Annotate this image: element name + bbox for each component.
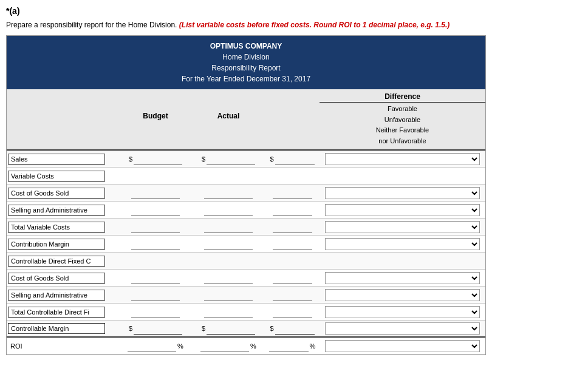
total-controllable-row: Total Controllable Direct Fi Favorable U… [7, 304, 485, 321]
roi-actual-input[interactable] [200, 340, 249, 352]
vc-diff-empty [265, 175, 320, 177]
contribution-margin-row: Contribution Margin Favorable Unfavorabl… [7, 236, 485, 253]
page-title: *(a) [6, 6, 582, 16]
sell-admin-fix-actual-cell [192, 288, 265, 302]
tcf-diff-cell [265, 305, 320, 319]
cogs-var-diff-input[interactable] [273, 187, 312, 199]
difference-label: Difference [320, 89, 485, 103]
cogs-fix-budget-cell [119, 271, 192, 285]
cm-diff-input[interactable] [273, 238, 312, 250]
instruction: Prepare a responsibility report for the … [6, 21, 582, 29]
cm-diff-cell [265, 237, 320, 251]
tcf-actual-input[interactable] [204, 306, 253, 318]
controllable-margin-diff-cell: $ [265, 321, 320, 336]
controllable-margin-actual-input[interactable] [207, 322, 255, 335]
cogs-var-actual-input[interactable] [204, 187, 253, 199]
actual-col-header: Actual [192, 103, 265, 146]
sell-admin-fix-label: Selling and Administrative [8, 290, 105, 301]
cogs-var-actual-cell [192, 186, 265, 200]
sell-admin-var-budget-cell [119, 203, 192, 217]
cogs-var-budget-input[interactable] [131, 187, 180, 199]
cogs-fix-budget-input[interactable] [131, 272, 180, 284]
cogs-var-fav-select[interactable]: Favorable Unfavorable Neither Favorable … [325, 187, 480, 199]
sell-admin-var-diff-cell [265, 203, 320, 217]
sell-admin-var-diff-input[interactable] [273, 204, 312, 216]
sell-admin-var-label: Selling and Administrative [8, 205, 105, 216]
controllable-margin-budget-cell: $ [119, 321, 192, 336]
roi-fav-select[interactable]: Favorable Unfavorable Neither Favorable … [325, 340, 480, 352]
controllable-fixed-row: Controllable Direct Fixed C [7, 253, 485, 270]
roi-actual-cell: % [192, 339, 265, 353]
total-var-fav-select[interactable]: Favorable Unfavorable Neither Favorable … [325, 221, 480, 233]
tcf-actual-cell [192, 305, 265, 319]
roi-row: ROI % % % Favorable Unfavorable [7, 338, 485, 355]
sell-admin-fix-budget-cell [119, 288, 192, 302]
fav-col-header: FavorableUnfavorableNeither Favorablenor… [320, 103, 485, 146]
tcf-fav-cell: Favorable Unfavorable Neither Favorable … [320, 305, 485, 319]
sales-label: Sales [8, 154, 105, 165]
report-period: For the Year Ended December 31, 2017 [9, 73, 483, 84]
difference-header-wrapper: Difference [7, 89, 485, 103]
controllable-margin-fav-cell: Favorable Unfavorable Neither Favorable … [320, 321, 485, 336]
sales-actual-input[interactable] [207, 153, 255, 165]
controllable-margin-diff-input[interactable] [275, 322, 315, 335]
vc-actual-empty [192, 175, 265, 177]
sales-fav-cell: Favorable Unfavorable Neither Favorable … [320, 152, 485, 166]
sell-admin-fix-diff-input[interactable] [273, 289, 312, 301]
column-headers-row: Budget Actual FavorableUnfavorableNeithe… [7, 103, 485, 151]
roi-diff-input[interactable] [269, 340, 309, 352]
sales-budget-input[interactable] [134, 153, 182, 165]
total-var-diff-input[interactable] [273, 221, 312, 233]
controllable-margin-row: Controllable Margin $ $ $ Favorable Unfa [7, 321, 485, 338]
controllable-margin-fav-select[interactable]: Favorable Unfavorable Neither Favorable … [325, 322, 480, 335]
sales-actual-cell: $ [192, 152, 265, 166]
sell-admin-var-fav-select[interactable]: Favorable Unfavorable Neither Favorable … [325, 204, 480, 216]
cm-budget-input[interactable] [131, 238, 180, 250]
total-var-actual-input[interactable] [204, 221, 253, 233]
report-type: Responsibility Report [9, 63, 483, 73]
cogs-var-diff-cell [265, 186, 320, 200]
roi-budget-input[interactable] [128, 340, 176, 352]
cogs-fix-actual-input[interactable] [204, 272, 253, 284]
tcf-diff-input[interactable] [273, 306, 312, 318]
tcf-budget-input[interactable] [131, 306, 180, 318]
vc-budget-empty [119, 175, 192, 177]
cogs-fix-actual-cell [192, 271, 265, 285]
sell-admin-fix-fav-cell: Favorable Unfavorable Neither Favorable … [320, 288, 485, 302]
cogs-var-row: Cost of Goods Sold Favorable Unfavorable… [7, 185, 485, 202]
cm-actual-input[interactable] [204, 238, 253, 250]
controllable-margin-budget-input[interactable] [134, 322, 182, 335]
controllable-margin-label: Controllable Margin [8, 323, 105, 334]
variable-costs-row: Variable Costs [7, 168, 485, 185]
tcf-fav-select[interactable]: Favorable Unfavorable Neither Favorable … [325, 306, 480, 318]
cogs-fix-fav-select[interactable]: Favorable Unfavorable Neither Favorable … [325, 272, 480, 284]
sell-admin-var-budget-input[interactable] [131, 204, 180, 216]
total-var-actual-cell [192, 220, 265, 234]
roi-diff-cell: % [265, 339, 320, 353]
cf-fav-empty [320, 260, 485, 262]
total-var-budget-cell [119, 220, 192, 234]
tcf-budget-cell [119, 305, 192, 319]
vc-fav-empty [320, 175, 485, 177]
cm-fav-select[interactable]: Favorable Unfavorable Neither Favorable … [325, 238, 480, 250]
sell-admin-fix-row: Selling and Administrative Favorable Unf… [7, 287, 485, 304]
sales-fav-select[interactable]: Favorable Unfavorable Neither Favorable … [325, 153, 480, 165]
cm-fav-cell: Favorable Unfavorable Neither Favorable … [320, 237, 485, 251]
total-variable-label: Total Variable Costs [8, 222, 105, 233]
cogs-fix-row: Cost of Goods Sold Favorable Unfavorable… [7, 270, 485, 287]
cf-budget-empty [119, 260, 192, 262]
sell-admin-fix-fav-select[interactable]: Favorable Unfavorable Neither Favorable … [325, 289, 480, 301]
controllable-fixed-label: Controllable Direct Fixed C [8, 256, 105, 267]
roi-budget-cell: % [119, 339, 192, 353]
sell-admin-var-actual-input[interactable] [204, 204, 253, 216]
sales-diff-input[interactable] [275, 153, 315, 165]
variable-costs-label: Variable Costs [8, 171, 105, 182]
cogs-fix-diff-input[interactable] [273, 272, 312, 284]
sell-admin-fix-budget-input[interactable] [131, 289, 180, 301]
sell-admin-fix-actual-input[interactable] [204, 289, 253, 301]
sell-admin-var-fav-cell: Favorable Unfavorable Neither Favorable … [320, 203, 485, 217]
instruction-italic: (List variable costs before fixed costs.… [179, 21, 450, 29]
sell-admin-var-actual-cell [192, 203, 265, 217]
contribution-margin-label: Contribution Margin [8, 239, 105, 250]
total-var-budget-input[interactable] [131, 221, 180, 233]
